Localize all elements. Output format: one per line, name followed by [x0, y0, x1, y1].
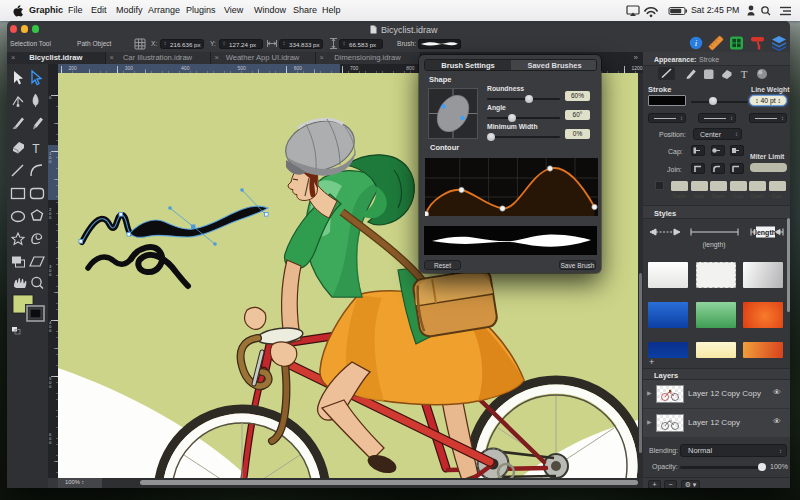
svg-text:800: 800	[406, 65, 415, 71]
svg-text:(length): (length)	[702, 241, 725, 249]
svg-text:300: 300	[125, 65, 134, 71]
svg-text:length: length	[755, 229, 776, 237]
svg-text:700: 700	[350, 65, 359, 71]
svg-text:T: T	[741, 68, 748, 80]
svg-text:500: 500	[237, 65, 246, 71]
svg-text:400: 400	[181, 65, 190, 71]
svg-text:200: 200	[69, 65, 78, 71]
svg-text:600: 600	[294, 65, 303, 71]
svg-text:1200: 1200	[632, 65, 643, 71]
svg-text:T: T	[32, 142, 40, 156]
